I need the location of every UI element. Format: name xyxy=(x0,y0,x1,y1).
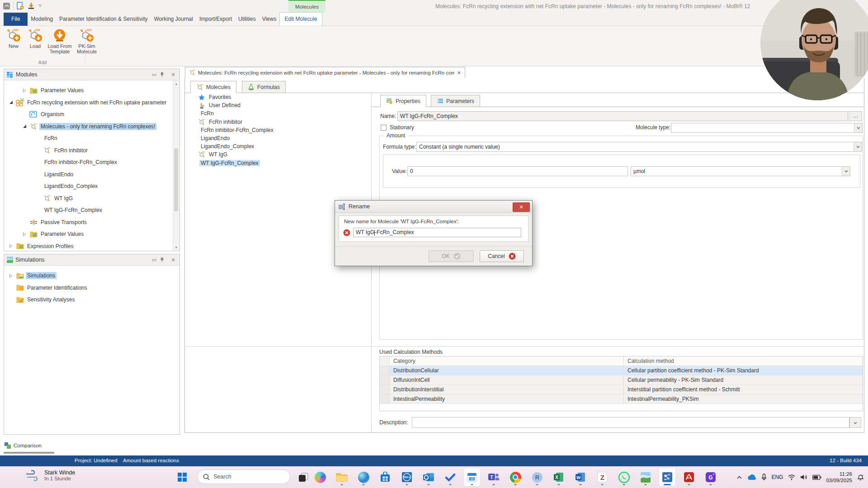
clock[interactable]: 11:26 03/09/2025 xyxy=(826,471,852,483)
scroll-down-icon[interactable]: ▼ xyxy=(173,244,179,251)
zotero-icon[interactable]: Z xyxy=(594,468,610,486)
description-dropdown-button[interactable] xyxy=(849,417,861,428)
expander-closed-icon[interactable] xyxy=(21,232,28,236)
value-field[interactable]: 0 xyxy=(407,166,628,176)
tree-item[interactable]: OHFcRn inhibitor xyxy=(4,145,179,157)
cell-method[interactable]: Interstitial partition coefficient metho… xyxy=(624,385,863,394)
stationary-checkbox[interactable] xyxy=(381,125,387,131)
copilot-icon[interactable] xyxy=(312,468,328,486)
tab-properties[interactable]: Properties xyxy=(380,95,426,107)
tree-item[interactable]: FcRn recycling extension with net FcRn u… xyxy=(4,97,179,109)
rename-dialog-titlebar[interactable]: Rename ✕ xyxy=(335,201,532,213)
tab-molecules[interactable]: OHMolecules xyxy=(190,81,236,93)
table-row[interactable]: IntestinalPermeability IntestinalPermeab… xyxy=(380,394,863,404)
tree-item[interactable]: OHMolecules - only for renaming FcRn com… xyxy=(4,121,179,133)
list-item[interactable]: FcRn xyxy=(186,109,370,117)
pksim-icon[interactable] xyxy=(637,468,654,486)
table-row[interactable]: DiffusionIntCell Cellular permeability -… xyxy=(380,375,863,385)
list-item[interactable]: User Defined xyxy=(186,101,370,109)
list-item[interactable]: FcRn inhibitor-FcRn_Complex xyxy=(186,126,370,134)
ok-button[interactable]: OK xyxy=(429,250,474,262)
excel-icon[interactable]: X xyxy=(551,468,567,486)
row-selector[interactable] xyxy=(380,385,390,394)
list-item[interactable]: OHWT IgG xyxy=(186,150,370,159)
mobi-icon[interactable] xyxy=(659,468,675,486)
chevron-down-icon[interactable] xyxy=(842,167,850,176)
tree-item[interactable]: LigandEndo_Complex xyxy=(4,180,179,192)
tab-parameters[interactable]: Parameters xyxy=(431,95,480,107)
toolbar-dropdown-icon[interactable] xyxy=(38,4,42,8)
microphone-icon[interactable] xyxy=(761,474,767,481)
column-header-method[interactable]: Calculation method xyxy=(624,357,863,366)
cell-category[interactable]: IntestinalPermeability xyxy=(390,394,624,404)
expander-open-icon[interactable] xyxy=(21,124,28,128)
column-header-category[interactable]: Category xyxy=(390,357,624,366)
cell-category[interactable]: DistributionInterstitial xyxy=(390,385,624,394)
ribbon-tab-edit-molecule[interactable]: Edit Molecule xyxy=(279,12,322,26)
ribbon-tab-utilities[interactable]: Utilities xyxy=(235,13,259,26)
start-button[interactable] xyxy=(177,472,187,482)
list-item[interactable]: Favorites xyxy=(186,93,370,101)
tree-item[interactable]: Organism xyxy=(4,108,179,121)
ribbon-tab-file[interactable]: File xyxy=(4,13,28,26)
modules-maximize-button[interactable]: ▭ xyxy=(151,72,158,78)
ribbon-button-new[interactable]: OHNew xyxy=(3,27,24,50)
ribbon-tab-views[interactable]: Views xyxy=(259,13,280,26)
cell-category[interactable]: DistributionCellular xyxy=(390,366,624,375)
molecule-type-combo[interactable] xyxy=(671,123,863,133)
rename-close-button[interactable]: ✕ xyxy=(513,202,530,212)
expander-open-icon[interactable] xyxy=(8,100,14,104)
acrobat-icon[interactable] xyxy=(681,468,697,486)
calc-splitter[interactable] xyxy=(186,346,864,347)
teams-icon[interactable]: T xyxy=(486,468,502,486)
unit-combo[interactable]: µmol xyxy=(631,166,850,176)
cancel-button[interactable]: Cancel xyxy=(480,250,524,262)
expander-closed-icon[interactable] xyxy=(8,244,14,248)
table-row[interactable]: DistributionInterstitial Interstitial pa… xyxy=(380,385,863,394)
language-indicator[interactable]: ENG xyxy=(771,474,783,480)
name-field[interactable]: WT IgG-FcRn_Complex xyxy=(397,111,848,121)
row-selector[interactable] xyxy=(380,366,390,375)
notification-dnd-icon[interactable]: z xyxy=(857,474,864,481)
word-icon[interactable]: W xyxy=(572,468,589,486)
row-selector[interactable] xyxy=(380,394,390,404)
tree-item[interactable]: Parameter Values xyxy=(4,84,179,97)
list-item[interactable]: OHFcRn inhibitor xyxy=(186,118,370,126)
scroll-up-icon[interactable]: ▲ xyxy=(173,80,179,87)
dell-icon[interactable]: DELL xyxy=(399,468,415,486)
tree-item[interactable]: FcRn xyxy=(4,132,179,145)
formula-type-combo[interactable]: Constant (a single numeric value) xyxy=(416,142,862,152)
modules-scrollbar-thumb[interactable] xyxy=(174,148,178,211)
quick-import-icon[interactable] xyxy=(27,2,35,10)
r-app-icon[interactable]: R xyxy=(529,468,545,486)
tree-item[interactable]: OHWT IgG xyxy=(4,192,179,205)
tree-item[interactable]: Parameter Identifications xyxy=(4,282,179,294)
modules-close-button[interactable]: ✕ xyxy=(170,72,177,78)
cell-method[interactable]: Cellular partition coefficient method - … xyxy=(624,366,863,375)
expander-closed-icon[interactable] xyxy=(21,89,28,93)
ribbon-button-pk-sim-molecule[interactable]: OHPK-Sim Molecule xyxy=(73,27,100,55)
tree-item[interactable]: WT IgG-FcRn_Complex xyxy=(4,204,179,216)
tree-item[interactable]: Expression Profiles xyxy=(4,240,179,253)
table-row[interactable]: DistributionCellular Cellular partition … xyxy=(380,366,863,375)
tree-item[interactable]: Sensitivity Analyses xyxy=(4,294,179,306)
quick-new-icon[interactable] xyxy=(16,2,24,10)
document-tab-close-icon[interactable]: ✕ xyxy=(457,70,461,76)
tree-item[interactable]: Parameter Values xyxy=(4,228,179,240)
chevron-down-icon[interactable] xyxy=(854,123,862,132)
list-item[interactable]: LigandEndo_Complex xyxy=(186,142,370,150)
tray-expand-icon[interactable] xyxy=(736,475,742,479)
battery-icon[interactable] xyxy=(812,475,821,480)
file-explorer-icon[interactable] xyxy=(334,468,350,486)
comparison-tab[interactable]: Comparison xyxy=(5,442,42,449)
row-selector[interactable] xyxy=(380,375,390,385)
wifi-icon[interactable] xyxy=(788,474,796,480)
calendar-icon[interactable]: 19 xyxy=(464,468,480,486)
ribbon-tab-import-export[interactable]: Import/Export xyxy=(196,13,235,26)
simulations-pin-button[interactable] xyxy=(160,257,167,263)
tree-item[interactable]: FcRn inhibitor-FcRn_Complex xyxy=(4,156,179,169)
whatsapp-icon[interactable] xyxy=(616,468,632,486)
purple-g-icon[interactable]: G xyxy=(703,468,719,486)
search-box[interactable]: Search xyxy=(197,469,290,484)
chrome-icon[interactable] xyxy=(507,468,524,486)
